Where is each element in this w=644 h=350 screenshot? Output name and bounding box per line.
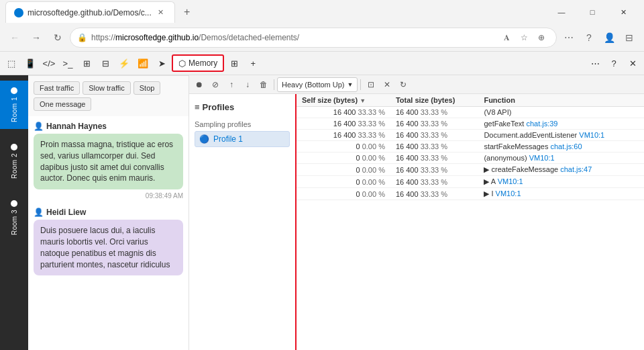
function-link-2[interactable]: VM10:1: [579, 131, 604, 139]
total-size-cell-2: 16 400 33.33 %: [390, 130, 479, 141]
table-row: 16 400 33.33 % 16 400 33.33 % getFakeTex…: [297, 118, 644, 130]
forward-button[interactable]: →: [27, 28, 46, 47]
sources-panel-button[interactable]: ⊞: [78, 54, 95, 72]
memory-label: Memory: [189, 58, 217, 68]
read-aloud-button[interactable]: 𝐀: [498, 30, 515, 46]
elements-panel-button[interactable]: </>: [40, 54, 58, 72]
total-size-cell-4: 16 400 33.33 %: [390, 152, 479, 164]
self-size-cell-6: 0 0.00 %: [297, 176, 390, 188]
delete-button[interactable]: 🗑: [256, 77, 271, 92]
maximize-button[interactable]: □: [577, 0, 608, 24]
stop-record-button[interactable]: ⊘: [208, 77, 223, 92]
dropdown-label: Heavy (Bottom Up): [282, 81, 345, 89]
close-button[interactable]: ✕: [608, 0, 639, 24]
room-1-tab[interactable]: Room 1: [0, 81, 28, 129]
function-header[interactable]: Function: [478, 94, 644, 107]
tab-close-button[interactable]: ✕: [156, 7, 166, 18]
new-tab-button[interactable]: +: [178, 3, 197, 21]
rooms-sidebar: Room 1 Room 2 Room 3: [0, 75, 28, 350]
self-size-cell-5: 0 0.00 %: [297, 164, 390, 176]
function-link-6[interactable]: VM10:1: [498, 177, 523, 185]
refresh-snapshots-button[interactable]: ↻: [396, 77, 411, 92]
devtools-inner-toolbar: ⏺ ⊘ ↑ ↓ 🗑 Heavy (Bottom Up) ▼ ⊡ ✕ ↻: [189, 75, 644, 94]
function-link-5[interactable]: chat.js:47: [560, 165, 592, 173]
performance-panel-button[interactable]: ⚡: [115, 54, 133, 72]
function-cell-3: startFakeMessages chat.js:60: [478, 141, 644, 152]
devtools-panel: ⏺ ⊘ ↑ ↓ 🗑 Heavy (Bottom Up) ▼ ⊡ ✕ ↻: [189, 75, 644, 350]
chat-message-2: 👤 Heidi Liew Duis posuere lacus dui, a i…: [34, 208, 183, 275]
user2-icon: 👤: [34, 208, 44, 217]
table-row: 0 0.00 % 16 400 33.33 % ▶ createFakeMess…: [297, 164, 644, 176]
collections-button[interactable]: ⊕: [533, 30, 549, 46]
devtools-row: ≡ Profiles Sampling profiles 🔵 Profile 1: [189, 94, 644, 350]
record-button[interactable]: ⏺: [192, 77, 207, 92]
room-3-label: Room 3: [11, 210, 18, 235]
profile-1-item[interactable]: 🔵 Profile 1: [195, 131, 290, 147]
url-suffix: /Demos/detached-elements/: [199, 33, 299, 42]
room-2-tab[interactable]: Room 2: [0, 137, 28, 185]
chat-messages: 👤 Hannah Haynes Proin massa magna, trist…: [28, 116, 189, 350]
tab-favicon: [14, 8, 23, 17]
devtools-right-controls: ⋯ ? ✕: [586, 54, 641, 72]
user2-bubble: Duis posuere lacus dui, a iaculis mauris…: [34, 220, 183, 275]
navigation-bar: ← → ↻ 🔒 https://microsoftedge.github.io/…: [0, 24, 644, 51]
total-size-cell-7: 16 400 33.33 %: [390, 188, 479, 200]
tab-title: microsoftedge.github.io/Demos/c...: [28, 8, 152, 17]
self-size-cell-1: 16 400 33.33 %: [297, 118, 390, 130]
self-size-cell-4: 0 0.00 %: [297, 152, 390, 164]
total-size-cell-3: 16 400 33.33 %: [390, 141, 479, 152]
one-message-button[interactable]: One message: [34, 97, 91, 111]
inspect-element-button[interactable]: ⬚: [3, 54, 20, 72]
memory-icon: ⬡: [178, 58, 186, 69]
self-size-header[interactable]: Self size (bytes) ▼: [297, 94, 390, 107]
room-1-label: Room 1: [11, 97, 18, 122]
room-3-tab[interactable]: Room 3: [0, 193, 28, 242]
refresh-button[interactable]: ↻: [48, 28, 67, 47]
more-panels-button[interactable]: ⊞: [225, 54, 243, 72]
table-row: 0 0.00 % 16 400 33.33 % (anonymous) VM10…: [297, 152, 644, 164]
function-link-7[interactable]: VM10:1: [496, 189, 521, 198]
wifi-panel-button[interactable]: 📶: [134, 54, 152, 72]
minimize-button[interactable]: —: [546, 0, 577, 24]
table-row: 16 400 33.33 % 16 400 33.33 % (V8 API): [297, 107, 644, 118]
total-size-header[interactable]: Total size (bytes): [390, 94, 479, 107]
function-link-4[interactable]: VM10:1: [529, 154, 555, 162]
devtools-help-button[interactable]: ?: [605, 54, 623, 72]
user1-bubble: Proin massa magna, tristique ac eros sed…: [34, 134, 183, 189]
fast-traffic-button[interactable]: Fast traffic: [34, 81, 80, 95]
user2-name: 👤 Heidi Liew: [34, 208, 183, 217]
function-link-3[interactable]: chat.js:60: [550, 142, 582, 150]
back-button[interactable]: ←: [5, 28, 24, 47]
main-content: Room 1 Room 2 Room 3 Fast traffic Slow t…: [0, 75, 644, 350]
sidebar-button[interactable]: ⊟: [620, 28, 639, 47]
browser-essentials-button[interactable]: ⋯: [559, 28, 578, 47]
view-dropdown[interactable]: Heavy (Bottom Up) ▼: [277, 77, 358, 92]
url-prefix: https://: [91, 33, 115, 42]
self-size-cell-7: 0 0.00 %: [297, 188, 390, 200]
profile-icon: 🔵: [199, 134, 209, 144]
lighthouse-button[interactable]: ➤: [153, 54, 170, 72]
active-tab[interactable]: microsoftedge.github.io/Demos/c... ✕: [5, 1, 175, 23]
profile-button[interactable]: 👤: [600, 28, 619, 47]
address-bar[interactable]: 🔒 https://microsoftedge.github.io/Demos/…: [70, 28, 557, 48]
more-options-button[interactable]: ⋯: [586, 54, 604, 72]
filter-button[interactable]: ⊡: [364, 77, 378, 92]
add-panel-button[interactable]: +: [244, 54, 262, 72]
memory-panel-button[interactable]: ⬡ Memory: [172, 54, 224, 72]
console-panel-button[interactable]: >_: [59, 54, 76, 72]
total-size-cell-0: 16 400 33.33 %: [390, 107, 479, 118]
favorites-button[interactable]: ☆: [516, 30, 532, 46]
compare-button[interactable]: ✕: [380, 77, 394, 92]
help-button[interactable]: ?: [580, 28, 598, 47]
stop-button[interactable]: Stop: [133, 81, 161, 95]
function-cell-4: (anonymous) VM10:1: [478, 152, 644, 164]
load-button[interactable]: ↓: [240, 77, 255, 92]
close-devtools-button[interactable]: ✕: [624, 54, 641, 72]
network-panel-button[interactable]: ⊟: [97, 54, 114, 72]
function-cell-1: getFakeText chat.js:39: [478, 118, 644, 130]
device-emulation-button[interactable]: 📱: [21, 54, 39, 72]
function-link-1[interactable]: chat.js:39: [526, 120, 557, 128]
clear-button[interactable]: ↑: [224, 77, 239, 92]
data-table-area: Self size (bytes) ▼ Total size (bytes) F…: [297, 94, 644, 350]
slow-traffic-button[interactable]: Slow traffic: [83, 81, 131, 95]
